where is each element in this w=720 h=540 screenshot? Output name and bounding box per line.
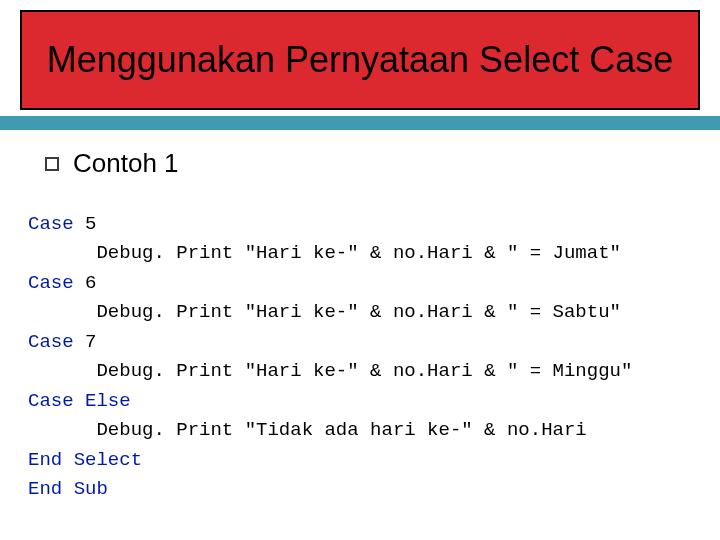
amp: & [359,360,393,382]
bullet-text: Contoh 1 [73,148,179,179]
code-block: Case 5 Debug. Print "Hari ke-" & no.Hari… [28,210,698,504]
kw-case: Case [28,213,74,235]
str-harike: "Hari ke-" [245,360,359,382]
bullet-square-icon [45,157,59,171]
amp: & [473,419,507,441]
var-nohari: no.Hari [393,242,473,264]
str-sabtu: " = Sabtu" [507,301,621,323]
var-nohari: no.Hari [393,301,473,323]
num-5: 5 [85,213,96,235]
kw-case: Case [28,272,74,294]
str-tidak: "Tidak ada hari ke-" [245,419,473,441]
debug-print: Debug. Print [96,301,233,323]
amp: & [359,242,393,264]
kw-end: End [28,478,62,500]
title-bar: Menggunakan Pernyataan Select Case [20,10,700,110]
kw-case: Case [28,331,74,353]
bullet-row: Contoh 1 [45,148,179,179]
amp: & [473,242,507,264]
str-minggu: " = Minggu" [507,360,632,382]
var-nohari: no.Hari [507,419,587,441]
str-harike: "Hari ke-" [245,242,359,264]
kw-case: Case [28,390,74,412]
slide: Menggunakan Pernyataan Select Case Conto… [0,0,720,540]
kw-else: Else [85,390,131,412]
var-nohari: no.Hari [393,360,473,382]
num-7: 7 [85,331,96,353]
kw-end: End [28,449,62,471]
amp: & [473,301,507,323]
amp: & [359,301,393,323]
accent-strip [0,116,720,130]
amp: & [473,360,507,382]
str-jumat: " = Jumat" [507,242,621,264]
num-6: 6 [85,272,96,294]
debug-print: Debug. Print [96,419,233,441]
kw-sub: Sub [74,478,108,500]
debug-print: Debug. Print [96,360,233,382]
kw-select: Select [74,449,142,471]
debug-print: Debug. Print [96,242,233,264]
str-harike: "Hari ke-" [245,301,359,323]
slide-title: Menggunakan Pernyataan Select Case [47,40,673,80]
